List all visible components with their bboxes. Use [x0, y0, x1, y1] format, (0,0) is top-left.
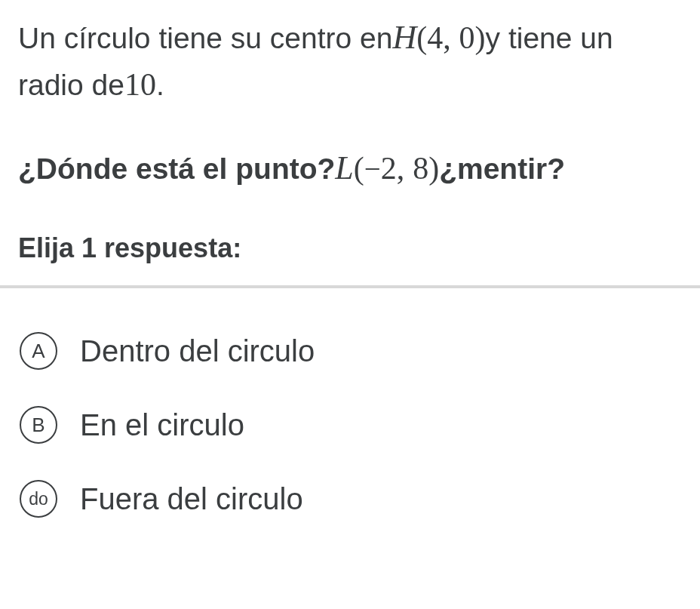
option-b-text: En el circulo — [80, 408, 244, 442]
option-c-text: Fuera del circulo — [80, 482, 303, 516]
option-b-letter: B — [20, 406, 57, 444]
math-var-H: H — [392, 19, 416, 56]
math-num-cx: 4 — [427, 20, 443, 55]
option-b[interactable]: B En el circulo — [18, 388, 682, 462]
text-segment: ¿Dónde está el punto? — [18, 152, 335, 185]
text-period: . — [156, 69, 164, 101]
math-rparen: ) — [475, 20, 486, 55]
math-lparen: ( — [416, 20, 427, 55]
option-c-letter: do — [20, 480, 57, 518]
instruction-label: Elija 1 respuesta: — [18, 232, 682, 264]
math-comma: , — [397, 151, 405, 186]
option-a-letter: A — [20, 332, 57, 370]
option-a[interactable]: A Dentro del circulo — [18, 314, 682, 388]
math-rparen: ) — [428, 151, 439, 186]
option-a-text: Dentro del circulo — [80, 334, 315, 368]
math-num-cy: 0 — [459, 20, 475, 55]
answer-options: A Dentro del circulo B En el circulo do … — [18, 288, 682, 536]
math-comma: , — [443, 20, 451, 55]
problem-statement: Un círculo tiene su centro enH(4, 0)y ti… — [18, 14, 682, 108]
math-num-radius: 10 — [124, 67, 156, 102]
math-lparen: ( — [354, 151, 364, 186]
math-num-py: 8 — [413, 151, 428, 186]
option-c[interactable]: do Fuera del circulo — [18, 462, 682, 536]
text-segment: ¿mentir? — [439, 152, 565, 185]
math-var-L: L — [335, 149, 353, 186]
text-segment: Un círculo tiene su centro en — [18, 22, 392, 54]
math-num-px: 2 — [381, 151, 397, 186]
question-line: ¿Dónde está el punto?L(−2, 8)¿mentir? — [18, 144, 682, 192]
math-minus: − — [364, 152, 381, 185]
